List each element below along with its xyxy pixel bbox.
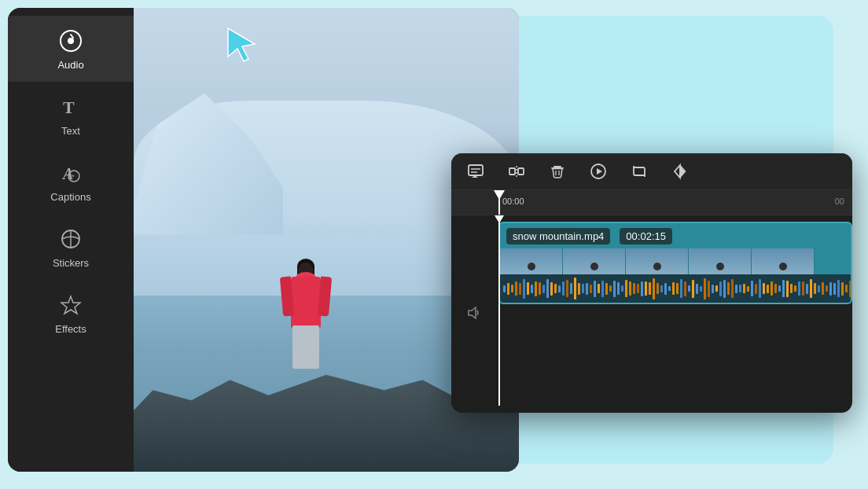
timeline-playhead <box>498 215 500 406</box>
sidebar-item-stickers[interactable]: Stickers <box>8 214 134 280</box>
svg-text:T: T <box>63 97 75 117</box>
play-icon[interactable] <box>590 163 607 180</box>
sidebar-item-audio[interactable]: Audio <box>8 16 134 82</box>
split-icon[interactable] <box>508 163 525 180</box>
sidebar: Audio T Text A * Captions <box>8 8 134 472</box>
sidebar-effects-label: Effects <box>55 323 86 335</box>
person-figure <box>280 263 331 388</box>
timecode-start: 00:00 <box>502 197 524 206</box>
person-pants <box>292 325 319 369</box>
stickers-icon <box>57 225 85 253</box>
svg-rect-15 <box>518 168 524 175</box>
crop-icon[interactable] <box>631 163 648 180</box>
track-header: snow mountain.mp4 00:02:15 <box>506 228 672 244</box>
thumb-bg <box>752 248 814 277</box>
sidebar-text-label: Text <box>61 125 80 137</box>
person-jacket <box>291 277 321 328</box>
svg-rect-17 <box>554 166 561 167</box>
delete-icon[interactable] <box>549 163 566 180</box>
volume-icon[interactable] <box>465 305 481 324</box>
flip-icon[interactable] <box>671 163 689 180</box>
timecode-end: 00 <box>835 197 844 206</box>
timeline-ruler: 00:00 00 <box>451 190 852 215</box>
timeline-content: snow mountain.mp4 00:02:15 <box>451 215 852 406</box>
timeline-tracks: snow mountain.mp4 00:02:15 <box>495 215 852 406</box>
sidebar-item-effects[interactable]: Effects <box>8 280 134 346</box>
audio-waveform <box>500 274 851 303</box>
effects-icon <box>57 291 85 319</box>
thumb-bg <box>500 248 562 277</box>
sidebar-item-text[interactable]: T Text <box>8 82 134 148</box>
svg-marker-23 <box>675 165 680 178</box>
svg-marker-24 <box>680 165 686 178</box>
subtitle-icon[interactable] <box>467 163 484 180</box>
svg-marker-8 <box>61 296 80 314</box>
sidebar-captions-label: Captions <box>50 191 90 203</box>
audio-icon <box>57 27 85 55</box>
thumb-bg <box>626 248 688 277</box>
svg-marker-9 <box>228 28 255 61</box>
thumb-bg <box>563 248 625 277</box>
track-duration: 00:02:15 <box>620 228 672 244</box>
svg-marker-26 <box>469 307 476 318</box>
timeline-panel: 00:00 00 snow mountain.mp4 00:02:15 <box>451 153 852 413</box>
svg-text:*: * <box>72 173 75 181</box>
track-filename: snow mountain.mp4 <box>506 228 610 244</box>
sidebar-audio-label: Audio <box>57 59 83 71</box>
app-container: Audio T Text A * Captions <box>8 8 519 472</box>
svg-rect-14 <box>509 168 515 175</box>
thumb-bg <box>689 248 751 277</box>
timeline-toolbar <box>451 153 852 190</box>
text-icon: T <box>57 93 85 121</box>
svg-rect-10 <box>469 165 483 175</box>
sidebar-stickers-label: Stickers <box>53 257 89 269</box>
sidebar-item-captions[interactable]: A * Captions <box>8 148 134 214</box>
svg-point-1 <box>68 38 74 44</box>
timeline-left-panel <box>451 215 495 406</box>
svg-marker-22 <box>597 168 602 175</box>
captions-icon: A * <box>57 159 85 187</box>
video-track[interactable]: snow mountain.mp4 00:02:15 <box>498 222 852 304</box>
